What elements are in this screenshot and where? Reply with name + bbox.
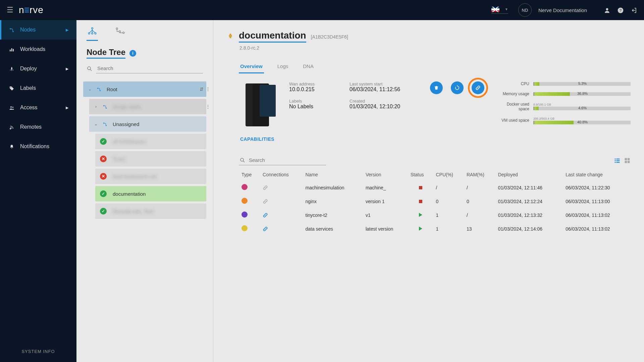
svg-point-17 xyxy=(119,31,121,33)
cell-version: version 1 xyxy=(363,194,408,208)
labels-icon xyxy=(8,85,15,91)
system-info-link[interactable]: SYSTEM INFO xyxy=(0,341,76,362)
tree-leaf-label: Remade site_Test xyxy=(113,208,206,214)
workload-search-input[interactable] xyxy=(248,155,326,165)
workload-type-icon xyxy=(241,198,248,204)
language-selector[interactable]: ▼ xyxy=(491,7,508,14)
cell-changed: 06/03/2024, 11:13:00 xyxy=(563,194,631,208)
hamburger-icon[interactable]: ☰ xyxy=(7,6,13,14)
connection-icon[interactable] xyxy=(263,185,268,190)
tree-node-label: Unassigned xyxy=(113,121,206,127)
reboot-button[interactable] xyxy=(451,81,464,94)
svg-point-26 xyxy=(240,158,244,161)
tree-leaf[interactable]: ✕True1 xyxy=(95,151,206,167)
table-row[interactable]: machinesimulationmachine_//01/03/2024, 1… xyxy=(239,181,631,194)
kebab-icon[interactable]: ⋮ xyxy=(206,104,210,109)
metric-bar: 40.8% xyxy=(533,121,631,124)
metric-label: Docker used space xyxy=(498,102,533,112)
cell-cpu: 0 xyxy=(433,194,464,208)
chevron-right-icon: ▶ xyxy=(66,28,68,32)
tree-leaf[interactable]: ✓Af NVIDIAauto xyxy=(95,134,206,149)
avatar[interactable]: ND xyxy=(518,3,532,17)
sidebar-item-access[interactable]: Access ▶ xyxy=(0,98,76,117)
svg-point-10 xyxy=(12,107,13,108)
kebab-icon[interactable]: ⋮ xyxy=(206,86,210,92)
sort-icon[interactable]: ⇵ xyxy=(200,86,204,92)
svg-rect-31 xyxy=(615,162,616,163)
status-icon: ✓ xyxy=(100,190,107,197)
node-tree-panel: Node Tree i ⌄ Root ⇵ ⋮ › Group name ⋮ ⌄ … xyxy=(76,20,213,362)
documentation-link[interactable]: Nerve Documentation xyxy=(538,7,587,13)
table-header[interactable]: Name xyxy=(303,169,363,181)
capabilities-link[interactable]: CAPABILITIES xyxy=(239,136,276,142)
svg-point-16 xyxy=(116,28,118,29)
delete-button[interactable] xyxy=(430,81,443,94)
tree-leaf[interactable]: ✕Auto-bookworm run xyxy=(95,169,206,184)
chevron-down-icon[interactable]: ⌄ xyxy=(83,87,97,92)
list-view-button[interactable] xyxy=(614,157,621,164)
tree-tab-tree[interactable] xyxy=(87,25,98,41)
connection-icon[interactable] xyxy=(263,226,268,232)
sidebar-item-remotes[interactable]: Remotes xyxy=(0,117,76,137)
tree-node-root[interactable]: ⌄ Root ⇵ ⋮ xyxy=(83,81,206,97)
table-row[interactable]: nginxversion 10001/03/2024, 12:12:2406/0… xyxy=(239,194,631,208)
svg-rect-7 xyxy=(13,49,14,51)
tree-search-input[interactable] xyxy=(96,63,203,73)
tree-node-unassigned[interactable]: ⌄ Unassigned xyxy=(89,116,206,132)
table-row[interactable]: tinycore-t2v11/01/03/2024, 12:13:3206/03… xyxy=(239,208,631,222)
table-header[interactable]: CPU(%) xyxy=(433,169,464,181)
svg-point-21 xyxy=(100,90,100,91)
grid-view-button[interactable] xyxy=(624,157,631,164)
connection-icon[interactable] xyxy=(263,212,268,218)
table-header[interactable]: Last state change xyxy=(563,169,631,181)
table-header[interactable]: Type xyxy=(239,169,260,181)
tab-dna[interactable]: DNA xyxy=(302,61,315,73)
sidebar-item-labels[interactable]: Labels xyxy=(0,78,76,98)
table-header[interactable]: Connections xyxy=(260,169,303,181)
help-icon[interactable]: ? xyxy=(617,6,624,14)
table-row[interactable]: data serviceslatest version11301/03/2024… xyxy=(239,222,631,236)
cell-version: machine_ xyxy=(363,181,408,194)
sidebar-item-nodes[interactable]: Nodes ▶ xyxy=(0,20,76,40)
info-label: Labels xyxy=(289,99,346,104)
node-id: [A1B2C3D4E5F6] xyxy=(311,34,348,40)
tab-overview[interactable]: Overview xyxy=(239,61,264,73)
chevron-down-icon[interactable]: ⌄ xyxy=(89,122,103,126)
workloads-icon xyxy=(8,46,15,52)
workload-type-icon xyxy=(241,184,248,190)
cell-changed: 06/03/2024, 11:13:02 xyxy=(563,222,631,236)
table-header[interactable]: RAM(%) xyxy=(464,169,495,181)
connection-icon[interactable] xyxy=(263,198,268,204)
info-icon[interactable]: i xyxy=(129,50,136,57)
tree-tab-list[interactable] xyxy=(115,25,126,41)
tree-leaf[interactable]: ✓documentation xyxy=(95,186,206,201)
tree-leaf[interactable]: ✓Remade site_Test xyxy=(95,203,206,219)
tab-logs[interactable]: Logs xyxy=(276,61,290,73)
sidebar-item-deploy[interactable]: Deploy ▶ xyxy=(0,59,76,78)
tree-leaf-label: Auto-bookworm run xyxy=(113,174,206,179)
user-icon[interactable] xyxy=(604,6,610,14)
table-header[interactable]: Version xyxy=(363,169,408,181)
svg-text:?: ? xyxy=(620,8,622,12)
tree-leaf-label: True1 xyxy=(113,156,206,162)
table-header[interactable]: Deployed xyxy=(495,169,563,181)
metric-label: Memory usage xyxy=(498,92,533,96)
chevron-right-icon[interactable]: › xyxy=(89,104,103,109)
sidebar-item-notifications[interactable]: Notifications xyxy=(0,137,76,156)
sidebar-item-workloads[interactable]: Workloads xyxy=(0,40,76,59)
chevron-down-icon: ▼ xyxy=(505,7,508,11)
connect-button[interactable] xyxy=(472,81,484,94)
tree-view-tabs xyxy=(76,20,213,41)
metric-bar: 36.8% xyxy=(533,92,631,96)
table-header[interactable]: Status xyxy=(408,169,433,181)
logout-icon[interactable] xyxy=(631,6,637,14)
svg-rect-36 xyxy=(628,161,630,163)
tree-node-group[interactable]: › Group name ⋮ xyxy=(89,99,206,114)
sidebar-item-label: Remotes xyxy=(20,124,42,130)
node-version: 2.8.0-rc.2 xyxy=(239,45,631,51)
metrics: CPU5.3%Memory usage36.8%Docker used spac… xyxy=(498,81,631,130)
info-label: Last system start xyxy=(350,81,417,86)
sidebar-item-label: Deploy xyxy=(20,66,37,72)
svg-point-9 xyxy=(10,106,12,108)
metric-value: 4.6% xyxy=(578,106,587,110)
